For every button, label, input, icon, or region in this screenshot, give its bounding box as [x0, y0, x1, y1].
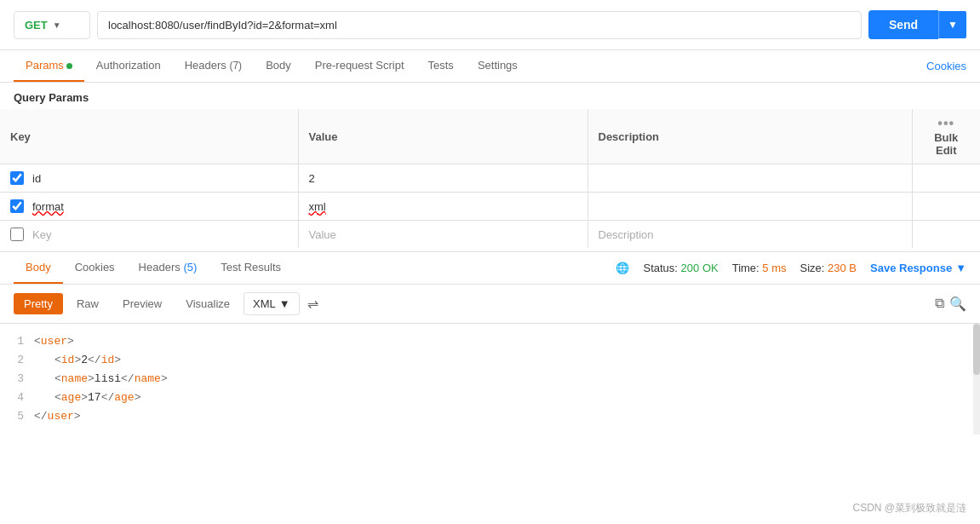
tab-settings[interactable]: Settings	[466, 50, 530, 82]
resp-tab-test-results[interactable]: Test Results	[209, 252, 293, 284]
value-cell-empty[interactable]: Value	[298, 221, 587, 249]
xml-label: XML	[253, 297, 276, 310]
value-value: xml	[309, 200, 326, 213]
response-status-bar: 🌐 Status: 200 OK Time: 5 ms Size: 230 B …	[616, 262, 966, 274]
tab-params[interactable]: Params	[14, 50, 84, 82]
row2-checkbox[interactable]	[10, 199, 24, 213]
format-bar: Pretty Raw Preview Visualize XML ▼ ⇌ ⧉ 🔍	[0, 285, 980, 324]
scrollbar-track[interactable]	[973, 324, 980, 435]
resp-tab-cookies[interactable]: Cookies	[63, 252, 127, 284]
params-table: Key Value Description ••• Bulk Edit id	[0, 109, 980, 248]
key-cell: format	[0, 193, 298, 221]
chevron-down-icon: ▼	[279, 297, 290, 310]
action-cell	[912, 164, 980, 193]
format-visualize-button[interactable]: Visualize	[175, 293, 240, 314]
row1-checkbox[interactable]	[10, 171, 24, 185]
xml-format-select[interactable]: XML ▼	[244, 292, 300, 315]
col-header-description: Description	[587, 109, 912, 164]
col-header-key: Key	[0, 109, 298, 164]
code-line-3: 3 <name>lisi</name>	[0, 370, 980, 389]
method-select[interactable]: GET ▼	[14, 11, 90, 39]
format-pretty-button[interactable]: Pretty	[14, 293, 63, 314]
tab-tests[interactable]: Tests	[416, 50, 466, 82]
action-cell-empty	[912, 221, 980, 249]
time-value: 5 ms	[762, 262, 786, 274]
code-area: 1 <user> 2 <id>2</id> 3 <name>lisi</name…	[0, 324, 980, 435]
status-label: Status: 200 OK	[643, 262, 718, 274]
chevron-down-icon: ▼	[53, 20, 61, 30]
tab-body[interactable]: Body	[254, 50, 303, 82]
search-icon[interactable]: 🔍	[949, 296, 966, 312]
request-tabs-bar: Params Authorization Headers (7) Body Pr…	[0, 50, 980, 83]
desc-cell	[587, 193, 912, 221]
size-label: Size: 230 B	[800, 262, 857, 274]
code-line-2: 2 <id>2</id>	[0, 351, 980, 370]
code-line-4: 4 <age>17</age>	[0, 389, 980, 407]
value-cell: xml	[298, 193, 587, 221]
time-label: Time: 5 ms	[732, 262, 787, 274]
resp-tab-body[interactable]: Body	[14, 252, 63, 284]
status-value: 200 OK	[681, 262, 719, 274]
size-value: 230 B	[828, 262, 857, 274]
value-value: 2	[309, 172, 315, 185]
table-row-empty: Key Value Description	[0, 221, 980, 249]
bulk-edit-button[interactable]: Bulk Edit	[923, 131, 971, 157]
tab-authorization[interactable]: Authorization	[84, 50, 173, 82]
send-dropdown-button[interactable]: ▼	[938, 11, 966, 38]
code-line-5: 5 </user>	[0, 407, 980, 426]
send-button-group: Send ▼	[868, 10, 966, 39]
desc-cell	[587, 164, 912, 193]
action-cell	[912, 193, 980, 221]
format-preview-button[interactable]: Preview	[112, 293, 172, 314]
empty-row-checkbox[interactable]	[10, 227, 24, 241]
save-response-button[interactable]: Save Response ▼	[870, 262, 966, 274]
key-cell: id	[0, 164, 298, 193]
key-value: format	[32, 200, 64, 213]
scrollbar-thumb[interactable]	[973, 324, 980, 375]
col-header-value: Value	[298, 109, 587, 164]
key-cell-empty[interactable]: Key	[0, 221, 298, 249]
copy-icon[interactable]: ⧉	[935, 296, 944, 312]
dots-icon: •••	[937, 116, 954, 130]
format-raw-button[interactable]: Raw	[66, 293, 109, 314]
query-params-label: Query Params	[0, 83, 980, 109]
desc-cell-empty[interactable]: Description	[587, 221, 912, 249]
response-section: Body Cookies Headers (5) Test Results 🌐 …	[0, 251, 980, 435]
globe-icon: 🌐	[616, 262, 629, 274]
wrap-icon[interactable]: ⇌	[303, 291, 323, 316]
value-placeholder: Value	[309, 228, 336, 241]
key-placeholder: Key	[32, 228, 51, 241]
response-tabs-bar: Body Cookies Headers (5) Test Results 🌐 …	[0, 252, 980, 285]
method-label: GET	[25, 19, 48, 32]
col-header-bulk: ••• Bulk Edit	[912, 109, 980, 164]
url-bar: GET ▼ Send ▼	[0, 0, 980, 50]
value-cell: 2	[298, 164, 587, 193]
code-line-1: 1 <user>	[0, 332, 980, 351]
send-button[interactable]: Send	[868, 10, 938, 39]
key-value: id	[32, 172, 41, 185]
tab-pre-request-script[interactable]: Pre-request Script	[303, 50, 416, 82]
desc-placeholder: Description	[599, 228, 654, 241]
tab-headers[interactable]: Headers (7)	[173, 50, 254, 82]
resp-tab-headers[interactable]: Headers (5)	[127, 252, 209, 284]
url-input[interactable]	[97, 11, 862, 39]
table-row: id 2	[0, 164, 980, 193]
cookies-link[interactable]: Cookies	[926, 60, 966, 72]
params-dot	[66, 63, 72, 69]
chevron-down-icon: ▼	[955, 262, 966, 274]
table-row: format xml	[0, 193, 980, 221]
